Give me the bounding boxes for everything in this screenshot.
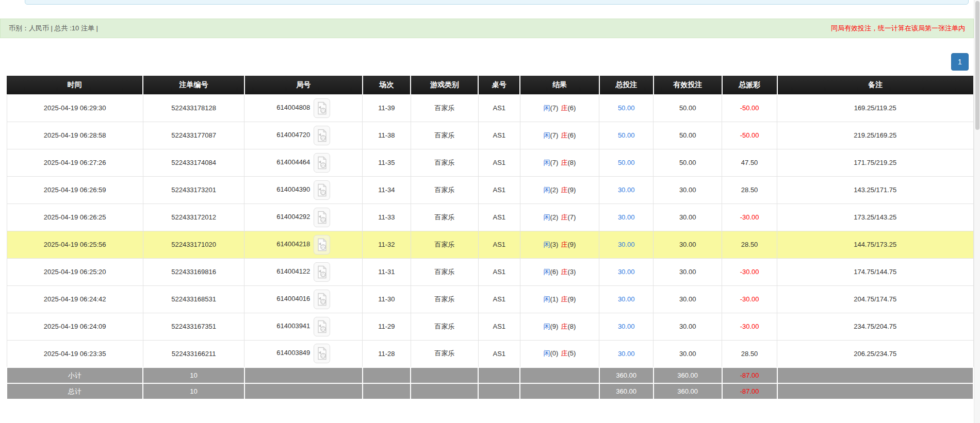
subtotal-label: 小计 — [7, 367, 143, 383]
banker-label: 庄 — [561, 159, 567, 166]
film-file-icon — [317, 211, 327, 224]
table-row: 2025-04-19 06:27:26 522433174084 6140044… — [7, 149, 973, 176]
total-payout: -87.00 — [722, 383, 777, 399]
film-file-icon — [317, 238, 327, 251]
cell-game-type: 百家乐 — [411, 149, 478, 176]
video-replay-button[interactable] — [314, 180, 330, 200]
banker-label: 庄 — [561, 241, 567, 248]
banker-score: (5) — [567, 349, 576, 357]
cell-remark: 144.75/173.25 — [777, 231, 974, 258]
subtotal-empty-result — [520, 367, 599, 383]
table-row: 2025-04-19 06:29:30 522433178128 6140048… — [7, 94, 973, 122]
scrollbar-thumb[interactable] — [975, 1, 979, 130]
cell-remark: 206.25/234.75 — [777, 340, 974, 367]
col-header-session: 场次 — [363, 76, 411, 94]
cell-round-id: 614003849 — [244, 340, 363, 367]
banker-label: 庄 — [561, 323, 567, 330]
currency-summary-text: 币别：人民币 | 总共 :10 注单 | — [9, 24, 98, 33]
cell-time: 2025-04-19 06:29:30 — [7, 94, 143, 122]
cell-session: 11-29 — [363, 313, 411, 340]
cell-table-no: AS1 — [478, 285, 520, 313]
video-replay-button[interactable] — [314, 126, 330, 145]
video-replay-button[interactable] — [314, 262, 330, 282]
cell-bet-id: 522433168531 — [143, 285, 244, 313]
cell-total-bet-link[interactable]: 50.00 — [599, 94, 654, 122]
cell-game-type: 百家乐 — [411, 204, 478, 231]
cell-time: 2025-04-19 06:28:58 — [7, 122, 143, 149]
col-header-valid-bet: 有效投注 — [654, 76, 722, 94]
subtotal-payout: -87.00 — [722, 367, 777, 383]
cell-round-id: 614004720 — [244, 122, 363, 149]
round-id-text: 614004720 — [276, 131, 310, 139]
video-replay-button[interactable] — [314, 344, 330, 363]
video-replay-button[interactable] — [314, 317, 330, 336]
video-replay-button[interactable] — [314, 290, 330, 309]
video-replay-button[interactable] — [314, 153, 330, 173]
banker-label: 庄 — [561, 186, 567, 194]
cell-valid-bet: 30.00 — [654, 176, 722, 204]
cell-round-id: 614004016 — [244, 285, 363, 313]
player-score: (7) — [550, 159, 558, 166]
cell-total-bet-link[interactable]: 30.00 — [599, 285, 654, 313]
header-row: 时间 注单编号 局号 场次 游戏类别 桌号 结果 总投注 有效投注 总派彩 备注 — [7, 76, 973, 94]
round-id-text: 614004808 — [276, 104, 310, 111]
player-score: (9) — [550, 323, 558, 330]
total-valid-bet: 360.00 — [654, 383, 722, 399]
subtotal-row: 小计 10 360.00 360.00 -87.00 — [7, 367, 973, 383]
subtotal-total-bet: 360.00 — [599, 367, 654, 383]
film-file-icon — [317, 347, 327, 360]
table-row: 2025-04-19 06:28:58 522433177087 6140047… — [7, 122, 973, 149]
cell-result: 闲(2)庄(9) — [520, 176, 599, 204]
col-header-bet-id: 注单编号 — [143, 76, 244, 94]
film-file-icon — [317, 156, 327, 170]
cell-payout: 28.50 — [722, 231, 777, 258]
cell-payout: 28.50 — [722, 340, 777, 367]
cell-bet-id: 522433178128 — [143, 94, 244, 122]
cell-total-bet-link[interactable]: 30.00 — [599, 176, 654, 204]
page-1-button[interactable]: 1 — [951, 53, 969, 71]
banker-score: (9) — [567, 241, 576, 248]
cell-game-type: 百家乐 — [411, 231, 478, 258]
player-score: (6) — [550, 268, 558, 276]
cell-total-bet-link[interactable]: 30.00 — [599, 313, 654, 340]
round-id-text: 614004218 — [276, 240, 310, 248]
cell-time: 2025-04-19 06:24:42 — [7, 285, 143, 313]
cell-payout: -50.00 — [722, 94, 777, 122]
film-file-icon — [317, 320, 327, 333]
cell-remark: 204.75/174.75 — [777, 285, 974, 313]
cell-total-bet-link[interactable]: 30.00 — [599, 258, 654, 285]
film-file-icon — [317, 293, 327, 306]
cell-valid-bet: 50.00 — [654, 94, 722, 122]
cell-total-bet-link[interactable]: 30.00 — [599, 204, 654, 231]
vertical-scrollbar[interactable] — [974, 0, 980, 423]
film-file-icon — [317, 129, 327, 142]
player-score: (7) — [550, 131, 558, 139]
cell-payout: -30.00 — [722, 285, 777, 313]
cell-result: 闲(2)庄(7) — [520, 204, 599, 231]
cell-result: 闲(7)庄(8) — [520, 149, 599, 176]
cell-table-no: AS1 — [478, 94, 520, 122]
film-file-icon — [317, 183, 327, 197]
cell-time: 2025-04-19 06:26:59 — [7, 176, 143, 204]
cell-time: 2025-04-19 06:25:56 — [7, 231, 143, 258]
subtotal-empty-game — [411, 367, 478, 383]
video-replay-button[interactable] — [314, 98, 330, 118]
round-id-text: 614004390 — [276, 185, 310, 193]
cell-total-bet-link[interactable]: 30.00 — [599, 231, 654, 258]
player-score: (7) — [550, 104, 558, 112]
player-score: (3) — [550, 241, 558, 248]
cell-table-no: AS1 — [478, 258, 520, 285]
table-row: 2025-04-19 06:25:20 522433169816 6140041… — [7, 258, 973, 285]
banker-score: (9) — [567, 295, 576, 303]
cell-payout: -30.00 — [722, 204, 777, 231]
cell-total-bet-link[interactable]: 30.00 — [599, 340, 654, 367]
cell-remark: 171.75/219.25 — [777, 149, 974, 176]
cell-table-no: AS1 — [478, 149, 520, 176]
cell-total-bet-link[interactable]: 50.00 — [599, 149, 654, 176]
video-replay-button[interactable] — [314, 208, 330, 227]
video-replay-button[interactable] — [314, 235, 330, 255]
banker-score: (6) — [567, 104, 576, 112]
cell-total-bet-link[interactable]: 50.00 — [599, 122, 654, 149]
player-label: 闲 — [543, 213, 550, 221]
cell-table-no: AS1 — [478, 122, 520, 149]
